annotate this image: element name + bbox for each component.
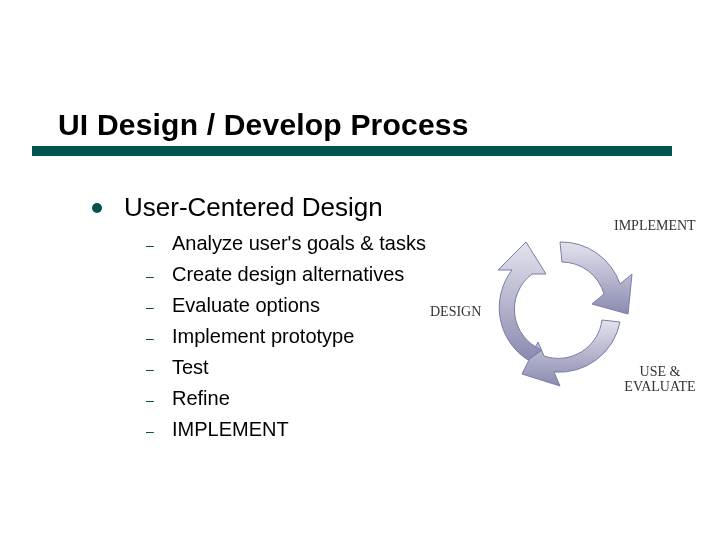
list-item: – Analyze user's goals & tasks [146,232,426,255]
list-item: – IMPLEMENT [146,418,426,441]
list-item-text: IMPLEMENT [172,418,289,441]
list-item: – Test [146,356,426,379]
dash-icon: – [146,299,172,315]
slide-title: UI Design / Develop Process [58,108,469,142]
cycle-diagram: IMPLEMENT DESIGN USE & EVALUATE [442,212,702,422]
dash-icon: – [146,392,172,408]
dash-icon: – [146,361,172,377]
list-item-text: Test [172,356,209,379]
cycle-label-use-evaluate: USE & EVALUATE [620,364,700,395]
title-underline [32,146,672,156]
list-item: – Refine [146,387,426,410]
list-item: – Evaluate options [146,294,426,317]
slide: UI Design / Develop Process User-Centere… [0,0,720,540]
list-item: – Implement prototype [146,325,426,348]
list-item: – Create design alternatives [146,263,426,286]
cycle-label-design: DESIGN [430,304,481,319]
dash-icon: – [146,423,172,439]
section-heading-text: User-Centered Design [124,192,383,223]
steps-list: – Analyze user's goals & tasks – Create … [146,232,426,449]
list-item-text: Implement prototype [172,325,354,348]
section-heading: User-Centered Design [92,192,383,223]
list-item-text: Create design alternatives [172,263,404,286]
bullet-dot-icon [92,203,102,213]
cycle-label-implement: IMPLEMENT [614,218,696,233]
list-item-text: Analyze user's goals & tasks [172,232,426,255]
list-item-text: Evaluate options [172,294,320,317]
dash-icon: – [146,268,172,284]
dash-icon: – [146,330,172,346]
list-item-text: Refine [172,387,230,410]
dash-icon: – [146,237,172,253]
